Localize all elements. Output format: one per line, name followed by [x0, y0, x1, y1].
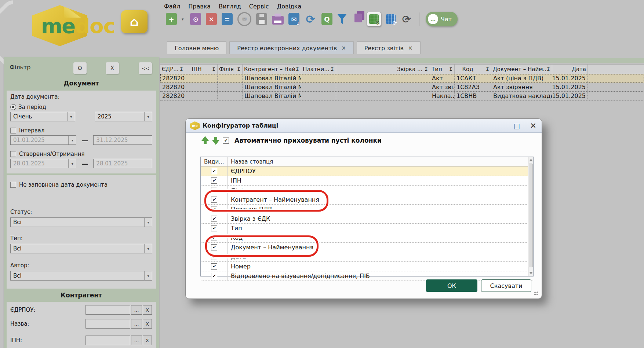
tab-electronic-documents-registry[interactable]: Реєстр електронних документів × — [229, 41, 353, 54]
sum-icon[interactable]: Σ — [330, 67, 334, 72]
status-select[interactable]: Всі ▾ — [10, 217, 152, 227]
column-header-edk-check[interactable]: Звірка ...Σ — [336, 65, 430, 74]
visibility-checkbox[interactable]: ✔ — [211, 263, 217, 270]
sum-icon[interactable]: Σ — [295, 67, 299, 72]
visibility-checkbox[interactable]: ✔ — [211, 273, 217, 279]
column-header-doc-name[interactable]: Документ – Найм...Σ — [491, 65, 552, 74]
name-clear-button[interactable]: X — [143, 319, 152, 329]
period-radio-row[interactable]: За період — [10, 104, 152, 110]
table-refresh-icon[interactable]: ⟳ — [386, 14, 396, 24]
delete-document-icon[interactable]: ✕ — [206, 13, 217, 25]
print-icon[interactable] — [272, 16, 284, 25]
tab-reports-registry[interactable]: Реєстр звітів × — [357, 41, 421, 54]
name-input[interactable] — [85, 319, 130, 329]
chevron-down-icon[interactable]: ▾ — [144, 218, 152, 227]
move-down-icon[interactable] — [212, 136, 219, 145]
tab-main-menu[interactable]: Головне меню — [167, 41, 226, 54]
type-select[interactable]: Всі ▾ — [10, 244, 152, 253]
save-icon[interactable] — [256, 13, 267, 25]
column-header-ipn[interactable]: ІПНΣ — [185, 65, 218, 74]
cancel-button[interactable]: Скасувати — [481, 279, 531, 292]
edrpou-clear-button[interactable]: X — [143, 305, 152, 315]
menu-edit[interactable]: Правка — [188, 3, 211, 10]
table-configurator-button[interactable]: ⚙ — [367, 12, 381, 26]
list-item[interactable]: ✔ЄДРПОУ — [201, 166, 533, 176]
auto-hide-checkbox[interactable]: ✔ — [223, 138, 229, 144]
column-header-vat-payer[interactable]: Платни...Σ — [301, 65, 336, 74]
menu-file[interactable]: Файл — [164, 3, 180, 10]
ipn-browse-button[interactable]: … — [131, 336, 142, 345]
list-item[interactable]: ✔ІПН — [201, 176, 533, 186]
resize-grip[interactable] — [534, 291, 539, 296]
send-message-icon[interactable]: ✉ — [237, 12, 251, 26]
column-header-type[interactable]: ТипΣ — [430, 65, 455, 74]
exchange-mail-icon[interactable]: ⟳ — [304, 13, 317, 25]
visibility-checkbox[interactable]: ✔ — [211, 177, 217, 184]
chevron-down-icon[interactable]: ▾ — [67, 112, 75, 121]
visibility-checkbox[interactable]: ✔ — [211, 225, 217, 231]
receive-mail-icon[interactable]: ✉↓ — [288, 13, 299, 25]
table-row[interactable]: 282820... Шаповал Віталій Ми... Акт зві.… — [160, 83, 644, 92]
interval-checkbox-row[interactable]: Інтервал — [10, 127, 152, 134]
sum-icon[interactable]: Σ — [448, 67, 453, 72]
maximize-button[interactable]: □ — [512, 121, 522, 131]
scroll-down-icon[interactable] — [529, 272, 533, 274]
filter-collapse-button[interactable]: << — [139, 62, 152, 74]
move-up-icon[interactable] — [201, 136, 209, 145]
creation-checkbox[interactable] — [10, 151, 16, 157]
name-browse-button[interactable]: … — [131, 319, 142, 329]
copy-document-icon[interactable]: = — [222, 13, 233, 25]
new-document-dropdown-icon[interactable]: ▾ — [182, 17, 185, 22]
sum-icon[interactable]: Σ — [179, 67, 183, 72]
open-document-icon[interactable]: ⊙ — [190, 13, 201, 25]
sum-icon[interactable]: Σ — [236, 67, 241, 72]
month-select[interactable]: Січень ▾ — [10, 112, 75, 121]
menu-view[interactable]: Вигляд — [219, 3, 241, 10]
chevron-down-icon[interactable]: ▾ — [144, 271, 152, 280]
list-item[interactable]: ✔Звірка з ЄДК — [201, 214, 533, 224]
sync-check-icon[interactable]: ⟳✔ — [400, 13, 413, 25]
column-header-branch[interactable]: ФіліяΣ — [218, 65, 243, 74]
scrollbar[interactable] — [528, 157, 533, 276]
chevron-down-icon[interactable]: ▾ — [144, 112, 152, 121]
sum-icon[interactable]: Σ — [546, 67, 550, 72]
table-row[interactable]: 282820... Шаповал Віталій Ми... Акт 1САК… — [160, 74, 644, 83]
filter-clear-button[interactable]: X — [106, 62, 119, 74]
chat-button[interactable]: … Чат — [426, 12, 458, 26]
name-column-header[interactable]: Назва стовпця — [228, 157, 533, 166]
edrpou-input[interactable] — [85, 305, 130, 315]
column-header-counterparty[interactable]: Контрагент – Най...Σ — [243, 65, 301, 74]
copy-pages-icon[interactable] — [354, 14, 362, 22]
year-select[interactable]: 2025 ▾ — [95, 112, 152, 121]
column-header-edrpou[interactable]: ЄДР...Σ — [160, 65, 185, 74]
period-radio[interactable] — [10, 104, 16, 110]
empty-date-checkbox-row[interactable]: Не заповнена дата документа — [10, 182, 152, 188]
table-row[interactable]: 282820... Шаповал Віталій Ми... Накла...… — [160, 92, 644, 100]
visibility-column-header[interactable]: Види... — [201, 157, 228, 166]
list-item[interactable]: ✔Тип — [201, 224, 533, 233]
filter-settings-button[interactable]: ⚙ — [73, 62, 87, 74]
visibility-checkbox[interactable]: ✔ — [211, 216, 217, 222]
ipn-input[interactable] — [85, 336, 130, 345]
home-button[interactable]: ⌂ — [121, 10, 148, 33]
scrollbar-thumb[interactable] — [529, 164, 533, 267]
list-item[interactable]: ✔Номер — [201, 262, 533, 271]
tab-close-icon[interactable]: × — [341, 45, 346, 51]
verify-document-icon[interactable]: Q — [321, 13, 332, 25]
filter-icon[interactable] — [337, 14, 347, 24]
tab-close-icon[interactable]: × — [408, 45, 413, 51]
sum-icon[interactable]: Σ — [211, 67, 216, 72]
dialog-titlebar[interactable]: me Конфігуратор таблиці □ ✕ — [186, 119, 542, 133]
ok-button[interactable]: ОК — [426, 279, 477, 292]
edrpou-browse-button[interactable]: … — [131, 305, 142, 315]
column-header-date[interactable]: Дата — [552, 65, 588, 74]
scroll-up-icon[interactable] — [529, 159, 533, 161]
new-document-icon[interactable]: + — [166, 13, 177, 25]
visibility-checkbox[interactable]: ✔ — [211, 168, 217, 174]
menu-service[interactable]: Сервіс — [249, 3, 269, 10]
sum-icon[interactable]: Σ — [424, 67, 428, 72]
menu-help[interactable]: Довідка — [277, 3, 302, 10]
creation-checkbox-row[interactable]: Створення/Отримання — [10, 151, 152, 157]
empty-date-checkbox[interactable] — [10, 182, 16, 188]
close-button[interactable]: ✕ — [528, 121, 538, 131]
